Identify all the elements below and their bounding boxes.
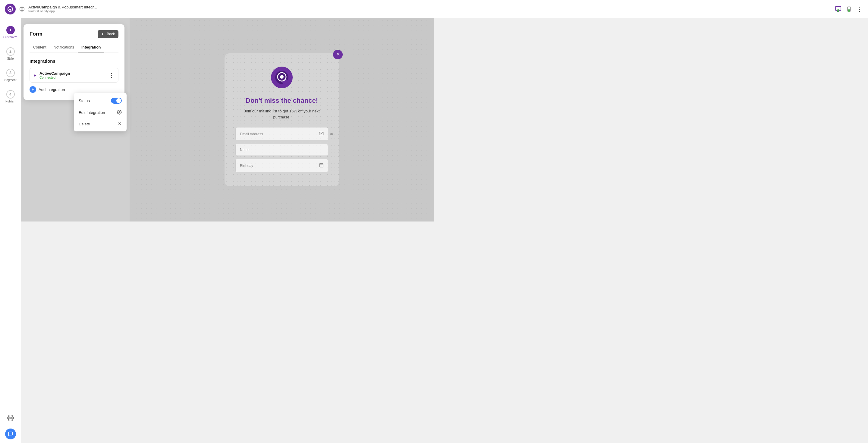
step-label-publish: Publish bbox=[5, 100, 16, 103]
popup-heading: Don't miss the chance! bbox=[236, 97, 328, 104]
step-circle-2: 2 bbox=[6, 47, 15, 56]
email-field[interactable]: Email Address bbox=[236, 127, 328, 141]
back-button[interactable]: Back bbox=[98, 30, 119, 38]
toggle-thumb bbox=[116, 98, 121, 103]
delete-label: Delete bbox=[79, 122, 90, 126]
step-label-style: Style bbox=[7, 57, 13, 60]
svg-point-18 bbox=[280, 75, 284, 78]
integration-status: Connected bbox=[39, 76, 106, 79]
tab-content[interactable]: Content bbox=[30, 43, 50, 53]
step-circle-3: 3 bbox=[6, 69, 15, 77]
step-label-customize: Customize bbox=[3, 36, 18, 39]
gear-icon bbox=[117, 110, 122, 116]
integration-info: ActiveCampaign Connected bbox=[39, 71, 106, 79]
sidebar-step-customize[interactable]: 1 Customize bbox=[2, 23, 19, 42]
popup-subtext: Join our mailing list to get 15% off you… bbox=[236, 108, 328, 120]
globe-icon bbox=[19, 6, 25, 12]
back-arrow-icon bbox=[101, 32, 105, 36]
panel-title: Form bbox=[30, 31, 42, 37]
integration-more-btn[interactable]: ⋮ bbox=[109, 73, 115, 78]
svg-point-11 bbox=[119, 112, 120, 113]
integrations-title: Integrations bbox=[30, 59, 119, 64]
app-logo bbox=[5, 4, 16, 14]
name-placeholder: Name bbox=[240, 148, 250, 152]
step-circle-1: 1 bbox=[6, 26, 15, 34]
sidebar-step-style[interactable]: 2 Style bbox=[2, 44, 19, 63]
add-integration-btn[interactable]: + Add integration bbox=[30, 86, 119, 93]
context-edit-item[interactable]: Edit Integration bbox=[74, 107, 127, 119]
integration-name: ActiveCampaign bbox=[39, 71, 106, 76]
add-icon: + bbox=[30, 86, 36, 93]
preview-area: ✕ Don't miss the chance! Join our mailin… bbox=[130, 18, 434, 222]
edit-integration-label: Edit Integration bbox=[79, 110, 105, 115]
popup-logo bbox=[270, 65, 294, 90]
sidebar-step-segment[interactable]: 3 Segment bbox=[2, 66, 19, 85]
field-dot bbox=[330, 133, 333, 135]
context-menu: Status Edit Integration Delete bbox=[74, 93, 127, 131]
step-label-segment: Segment bbox=[4, 78, 16, 82]
name-field[interactable]: Name bbox=[236, 144, 328, 156]
main-area: Form Back Content Notifications Integrat… bbox=[21, 18, 434, 222]
popup-close-btn[interactable]: ✕ bbox=[333, 50, 343, 59]
panel-header: Form Back bbox=[30, 30, 119, 38]
email-placeholder: Email Address bbox=[240, 132, 263, 136]
tab-notifications[interactable]: Notifications bbox=[50, 43, 78, 53]
sidebar-step-publish[interactable]: 4 Publish bbox=[2, 87, 19, 106]
sidebar: 1 Customize 2 Style 3 Segment 4 Publish bbox=[0, 18, 21, 222]
popup-card: ✕ Don't miss the chance! Join our mailin… bbox=[224, 53, 339, 186]
context-status-item[interactable]: Status bbox=[74, 95, 127, 107]
svg-rect-20 bbox=[319, 164, 323, 167]
status-toggle[interactable] bbox=[111, 98, 122, 104]
topbar: ActiveCampaign & Popupsmart Integr... tr… bbox=[0, 0, 434, 18]
form-panel: Form Back Content Notifications Integrat… bbox=[24, 24, 124, 100]
tab-integration[interactable]: Integration bbox=[78, 43, 104, 53]
status-label: Status bbox=[79, 99, 90, 103]
email-icon bbox=[319, 131, 324, 137]
step-circle-4: 4 bbox=[6, 90, 15, 99]
calendar-icon bbox=[319, 163, 324, 168]
svg-point-1 bbox=[9, 9, 11, 10]
integration-chevron-icon: ► bbox=[33, 73, 37, 77]
topbar-title: ActiveCampaign & Popupsmart Integr... bbox=[28, 5, 434, 9]
add-integration-label: Add integration bbox=[38, 87, 65, 92]
topbar-title-area: ActiveCampaign & Popupsmart Integr... tr… bbox=[28, 5, 434, 13]
context-delete-item[interactable]: Delete bbox=[74, 119, 127, 130]
birthday-field[interactable]: Birthday bbox=[236, 159, 328, 172]
tabs: Content Notifications Integration bbox=[30, 43, 119, 53]
topbar-subtitle: trialfirst.netlify.app bbox=[28, 9, 434, 13]
close-icon bbox=[118, 122, 122, 127]
integration-item-activecampaign: ► ActiveCampaign Connected ⋮ bbox=[30, 68, 119, 83]
birthday-placeholder: Birthday bbox=[240, 164, 253, 168]
